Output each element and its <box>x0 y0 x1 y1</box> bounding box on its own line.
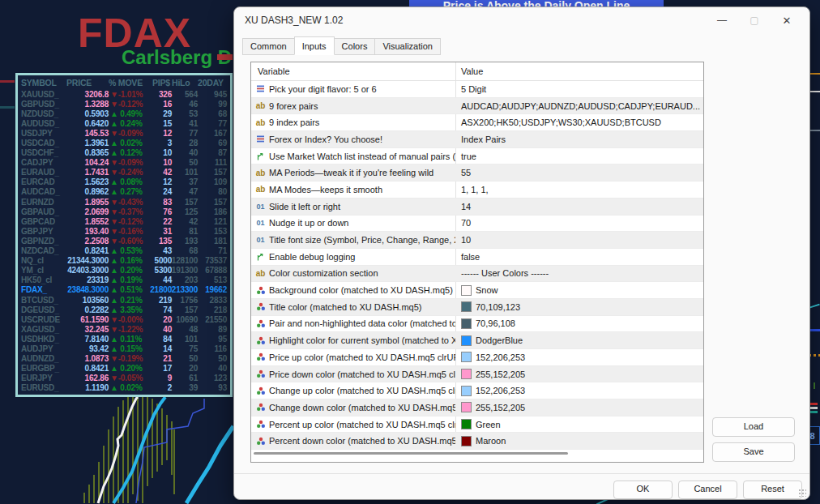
setting-value-cell[interactable]: ------ User Colors ------ <box>455 268 703 278</box>
range20-cell: 87 <box>198 148 227 157</box>
setting-pair-and-non-highlighted-dat[interactable]: ab 01 Pair and non-highlighted data colo… <box>251 316 703 333</box>
setting-price-down-color-matched-to-[interactable]: ab 01 Price down color (matched to XU DA… <box>251 366 703 383</box>
dash-row-fdax: FDAX_ 23848.3000 ▲ 0.51% 21800 213300 19… <box>21 285 227 295</box>
setting-label: Pair and non-highlighted data color (mat… <box>269 318 455 328</box>
range20-cell: 186 <box>198 207 227 216</box>
setting-title-font-size-symbol-price[interactable]: ab 01 Title font size (Symbol, Price, Ch… <box>251 232 703 249</box>
tab-visualization[interactable]: Visualization <box>374 38 441 55</box>
load-button[interactable]: Load <box>712 417 795 437</box>
maximize-button[interactable]: ▢ <box>738 7 771 33</box>
setting-value-cell[interactable]: Index Pairs <box>455 135 703 144</box>
setting-nudge-it-up-or-down[interactable]: ab 01 Nudge it up or down <box>251 216 703 233</box>
setting-change-down-color-matched-to[interactable]: ab 01 Change down color (matched to XU D… <box>251 399 703 416</box>
setting-percent-down-color-matched-t[interactable]: ab 01 Percent down color (matched to XU … <box>251 433 703 450</box>
pips-cell: 42 <box>152 168 172 177</box>
setting-value-cell[interactable]: 255,152,205 <box>455 369 703 379</box>
setting-value-cell[interactable]: AUDCAD;AUDJPY;AUDNZD;AUDUSD;CADJPY;EURAU… <box>455 101 703 111</box>
setting-slide-it-left-or-right[interactable]: ab 01 Slide it left or right <box>251 199 703 216</box>
setting-value-cell[interactable]: 1, 1, 1, <box>455 185 703 194</box>
change-cell: ▲ 0.20% <box>109 266 152 275</box>
dash-row-uscrude: USCRUDE 61.1590 ▼-0.00% 20 10690 21550 <box>21 314 227 324</box>
reset-button[interactable]: Reset <box>743 481 802 499</box>
setting-value-cell[interactable]: true <box>455 152 703 161</box>
dash-row-gbpjpy: GBPJPY 193.40 ▼-0.16% 31 81 153 <box>21 226 227 236</box>
setting-value-cell[interactable]: Green <box>455 419 703 429</box>
change-cell: ▲ 0.11% <box>109 335 152 344</box>
setting-value-cell[interactable]: DodgerBlue <box>455 335 703 346</box>
dash-row-usdhkd: USDHKD_ 7.8140 ▲ 0.11% 84 101 95 <box>21 334 227 344</box>
setting-label: Slide it left or right <box>269 202 340 211</box>
hilo-cell: 213300 <box>172 285 198 294</box>
setting-variable-cell: ab 01 Percent down color (matched to XU … <box>251 436 455 446</box>
setting-value-cell[interactable]: 255,152,205 <box>455 402 703 412</box>
setting-pick-your-digit-flavor-5-or-[interactable]: ab 01 Pick your digit flavor: 5 or 6 <box>251 81 703 98</box>
cancel-button[interactable]: Cancel <box>678 481 737 499</box>
integer-icon: 01 <box>255 236 266 245</box>
setting-value-cell[interactable]: 5 Digit <box>455 84 703 94</box>
setting-background-color-matched-to-[interactable]: ab 01 Background color (matched to XU DA… <box>251 282 703 299</box>
setting-label: Price up color (matched to XU DASH.mq5 c… <box>269 352 455 362</box>
setting-9-index-pairs[interactable]: ab 01 9 index pairs ASX <box>251 114 703 131</box>
setting-ma-periods-tweak-it-if-you-r[interactable]: ab 01 MA Periods—tweak it if you're feel… <box>251 164 703 182</box>
range20-cell: 68 <box>198 109 227 118</box>
color-swatch <box>461 386 472 396</box>
setting-value-cell[interactable]: 14 <box>455 202 703 211</box>
setting-label: Highlight color for current symbol (matc… <box>269 335 455 345</box>
setting-value-cell[interactable]: ASX200;HK50;USDJPY;WS30;XAUUSD;BTCUSD <box>455 117 703 127</box>
change-cell: ▲ 0.21% <box>109 296 152 305</box>
tab-inputs[interactable]: Inputs <box>294 36 335 55</box>
setting-use-market-watch-list-instea[interactable]: ab 01 Use Market Watch list instead of m… <box>251 148 703 165</box>
setting-value-cell[interactable]: 152,206,253 <box>455 386 703 396</box>
setting-value-cell[interactable]: false <box>455 252 703 262</box>
symbol-cell: USDCHF_ <box>21 148 66 157</box>
setting-value-cell[interactable]: 70 <box>455 218 703 228</box>
setting-change-up-color-matched-to-x[interactable]: ab 01 Change up color (matched to XU DAS… <box>251 382 703 399</box>
setting-9-forex-pairs[interactable]: ab 01 9 forex pairs AUD <box>251 98 703 115</box>
setting-value-cell[interactable]: Maroon <box>455 436 703 446</box>
setting-value-cell[interactable]: 55 <box>455 168 703 177</box>
pips-cell: 9 <box>152 374 172 382</box>
setting-value-cell[interactable]: 70,96,108 <box>455 318 703 329</box>
symbol-cell: USDJPY <box>21 129 66 138</box>
price-cell: 93.42 <box>66 344 109 353</box>
horizontal-scrollbar-thumb[interactable] <box>254 452 568 455</box>
minimize-button[interactable]: — <box>706 7 738 33</box>
resize-grip[interactable] <box>798 489 806 497</box>
symbol-cell: GBPUSD_ <box>21 100 66 109</box>
pips-cell: 22 <box>152 217 172 226</box>
setting-forex-or-index-you-choose[interactable]: ab 01 Forex or Index? You choose! <box>251 131 703 148</box>
setting-title-color-matched-to-xu-da[interactable]: ab 01 Title color (matched to XU DASH.mq… <box>251 299 703 316</box>
pips-cell: 24 <box>152 187 172 196</box>
symbol-cell: USDHKD_ <box>21 335 66 344</box>
dash-row-cadjpy: CADJPY 104.24 ▼-0.09% 10 50 111 <box>21 158 227 168</box>
change-cell: ▲ 0.27% <box>109 187 152 196</box>
hilo-cell: 41 <box>172 119 198 128</box>
tab-common[interactable]: Common <box>242 38 295 55</box>
color-icon <box>255 319 266 328</box>
setting-price-up-color-matched-to-xu[interactable]: ab 01 Price up color (matched to XU DASH… <box>251 349 703 366</box>
setting-percent-up-color-matched-to-[interactable]: ab 01 Percent up color (matched to XU DA… <box>251 416 703 434</box>
close-button[interactable]: ✕ <box>771 7 803 33</box>
tab-colors[interactable]: Colors <box>334 38 376 55</box>
setting-enable-debug-logging[interactable]: ab 01 Enable debug logging <box>251 249 703 266</box>
setting-highlight-color-for-current-[interactable]: ab 01 Highlight color for current symbol… <box>251 332 703 349</box>
setting-value-cell[interactable]: 10 <box>455 235 703 245</box>
change-cell: ▼-0.19% <box>109 354 152 363</box>
save-button[interactable]: Save <box>712 442 795 462</box>
setting-label: MA Modes—keeps it smooth <box>269 185 382 194</box>
setting-value: 70 <box>461 218 471 228</box>
setting-value-cell[interactable]: 70,109,123 <box>455 301 703 312</box>
color-swatch <box>461 318 472 329</box>
left-line-stub-teal <box>0 106 15 109</box>
change-cell: ▲ 0.49% <box>109 109 152 118</box>
color-icon <box>255 302 266 311</box>
ok-button[interactable]: OK <box>613 481 673 499</box>
dialog-titlebar[interactable]: XU DASH3_NEW 1.02 — ▢ ✕ <box>234 7 809 33</box>
setting-ma-modes-keeps-it-smooth[interactable]: ab 01 MA Modes—keeps it smooth <box>251 182 703 199</box>
dash-row-gbpcad: GBPCAD 1.8552 ▼-0.12% 22 42 121 <box>21 216 227 226</box>
price-cell: 7.8140 <box>66 335 109 344</box>
setting-value-cell[interactable]: 152,206,253 <box>455 352 703 362</box>
setting-value-cell[interactable]: Snow <box>455 285 703 296</box>
symbol-cell: NQ_cl <box>21 256 66 265</box>
setting-color-customization-section[interactable]: ab 01 Color customization section <box>251 266 703 283</box>
